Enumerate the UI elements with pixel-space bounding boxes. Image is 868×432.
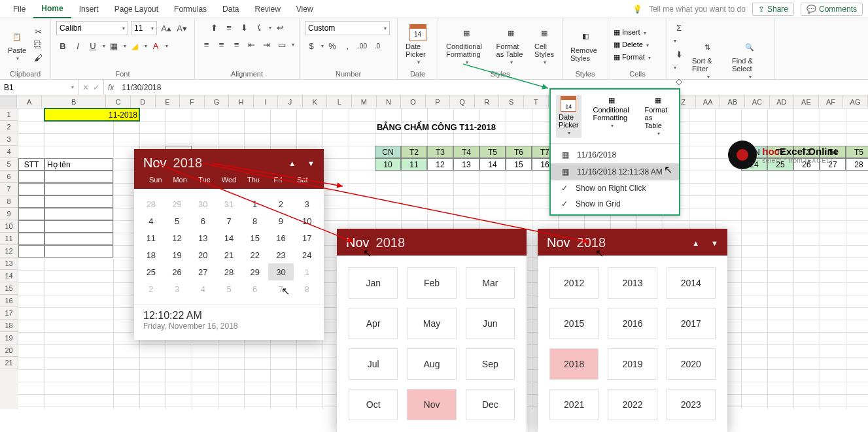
cal-month[interactable]: Apr (349, 308, 398, 339)
cal-day[interactable]: 12 (164, 229, 190, 246)
cal-month[interactable]: Aug (407, 348, 456, 380)
cal-year[interactable]: 2020 (667, 348, 716, 380)
col-header[interactable]: B (42, 95, 107, 108)
cell-styles-button[interactable]: ▦Cell Styles▾ (532, 23, 557, 67)
cal-month[interactable]: Jun (466, 308, 515, 339)
cell[interactable] (18, 208, 44, 220)
cal-day[interactable]: 30 (268, 263, 294, 280)
col-header[interactable]: J (278, 95, 303, 108)
tab-formulas[interactable]: Formulas (166, 1, 215, 18)
cell[interactable] (18, 220, 44, 233)
tab-file[interactable]: File (5, 1, 33, 18)
cal-day[interactable]: 29 (164, 195, 190, 212)
cal-day[interactable]: 5 (216, 280, 242, 297)
cal-year[interactable]: 2023 (667, 389, 716, 420)
tab-data[interactable]: Data (215, 1, 247, 18)
insert-cells-button[interactable]: ▦ Insert ▾ (614, 28, 651, 37)
cal-year[interactable]: 2014 (667, 267, 716, 299)
cal-day[interactable]: 20 (190, 246, 216, 263)
percent-icon[interactable]: % (326, 39, 339, 52)
cal-month[interactable]: Mar (466, 267, 515, 299)
cal-month[interactable]: Nov (407, 389, 456, 420)
row-header[interactable]: 14 (0, 270, 18, 282)
dp-date-picker-button[interactable]: 14 Date Picker▾ (556, 95, 582, 138)
cal-month[interactable]: Oct (349, 389, 398, 420)
wrap-text-icon[interactable]: ↩ (273, 21, 286, 34)
increase-decimal-icon[interactable]: .00 (356, 39, 369, 52)
cal-day[interactable]: 25 (138, 263, 164, 280)
cal-day[interactable]: 15 (242, 229, 268, 246)
cal-year[interactable]: 2022 (608, 389, 657, 420)
col-header[interactable]: AA (696, 95, 721, 108)
dp-item-rightclick[interactable]: ✓Show on Right Click (551, 180, 679, 196)
cal-day[interactable]: 4 (138, 212, 164, 229)
row-header[interactable]: 11 (0, 233, 18, 245)
cal-day[interactable]: 3 (164, 280, 190, 297)
currency-icon[interactable]: $ (305, 39, 318, 52)
cell[interactable]: 14 (479, 158, 506, 171)
cal-year[interactable]: 2012 (549, 267, 599, 299)
cal3-next-icon[interactable]: ▼ (711, 239, 718, 247)
col-header[interactable]: Q (450, 95, 475, 108)
align-left-icon[interactable]: ≡ (200, 38, 213, 51)
font-name-combo[interactable]: Calibri▾ (56, 21, 128, 35)
row-header[interactable]: 18 (0, 320, 18, 332)
cell[interactable]: 11-2018 (44, 108, 139, 121)
cal-day[interactable]: 9 (268, 212, 294, 229)
delete-cells-button[interactable]: ▦ Delete ▾ (614, 41, 651, 49)
cal-day[interactable]: 7 (268, 280, 294, 297)
cell[interactable]: T5 (846, 146, 868, 158)
cell[interactable] (18, 233, 44, 245)
cal-day[interactable]: 10 (294, 212, 320, 229)
cal-day[interactable]: 24 (294, 246, 320, 263)
row-header[interactable]: 16 (0, 295, 18, 307)
cal-month[interactable]: May (407, 308, 456, 339)
col-header[interactable]: AC (745, 95, 770, 108)
sort-filter-button[interactable]: ⇅Sort & Filter▾ (689, 37, 725, 81)
col-header[interactable]: C (106, 95, 131, 108)
cal-day[interactable]: 26 (164, 263, 190, 280)
cal1-year[interactable]: 2018 (173, 156, 203, 171)
col-header[interactable]: A (17, 95, 42, 108)
cell[interactable]: 11 (401, 158, 427, 171)
calendar-month-picker[interactable]: Nov 2018 JanFebMarAprMayJunJulAugSepOctN… (337, 229, 527, 432)
cal2-month[interactable]: Nov (346, 235, 370, 250)
cal-day[interactable]: 3 (294, 195, 320, 212)
cal-day[interactable]: 22 (242, 246, 268, 263)
cell[interactable] (18, 171, 44, 183)
cell[interactable]: CN (375, 146, 401, 158)
enter-icon[interactable]: ✓ (93, 83, 99, 92)
align-right-icon[interactable]: ≡ (230, 38, 243, 51)
cell[interactable]: 12 (427, 158, 453, 171)
calendar-day-picker[interactable]: Nov 2018 ▲▼ SunMonTueWedThuFriSat 282930… (134, 149, 324, 340)
cell[interactable]: BẢNG CHẤM CÔNG T11-2018 (375, 121, 571, 133)
cal-month[interactable]: Sep (466, 348, 515, 380)
tab-view[interactable]: View (288, 1, 321, 18)
cell[interactable] (44, 233, 113, 245)
cal-day[interactable]: 27 (190, 263, 216, 280)
col-header[interactable]: I (254, 95, 279, 108)
bold-button[interactable]: B (56, 39, 69, 52)
cal1-next-icon[interactable]: ▼ (307, 159, 315, 167)
dp-cond-fmt-button[interactable]: ▦Conditional Formatting▾ (591, 95, 633, 138)
cell[interactable]: 15 (506, 158, 532, 171)
cal-day[interactable]: 8 (242, 212, 268, 229)
row-header[interactable]: 9 (0, 208, 18, 220)
cal-month[interactable]: Dec (466, 389, 515, 420)
cell[interactable] (44, 183, 113, 195)
cal3-year[interactable]: 2018 (577, 235, 606, 250)
cell[interactable]: 10 (375, 158, 401, 171)
cal-year[interactable]: 2013 (608, 267, 657, 299)
cell[interactable] (18, 195, 44, 208)
border-button[interactable]: ▦ (107, 39, 120, 52)
tab-home[interactable]: Home (33, 0, 71, 18)
cell[interactable] (18, 245, 44, 258)
cell[interactable]: T4 (453, 146, 479, 158)
indent-increase-icon[interactable]: ⇥ (260, 38, 273, 51)
indent-decrease-icon[interactable]: ⇤ (245, 38, 258, 51)
row-header[interactable]: 19 (0, 332, 18, 344)
font-size-combo[interactable]: 11▾ (131, 21, 157, 35)
tab-review[interactable]: Review (247, 1, 288, 18)
align-center-icon[interactable]: ≡ (215, 38, 228, 51)
col-header[interactable]: T (524, 95, 549, 108)
